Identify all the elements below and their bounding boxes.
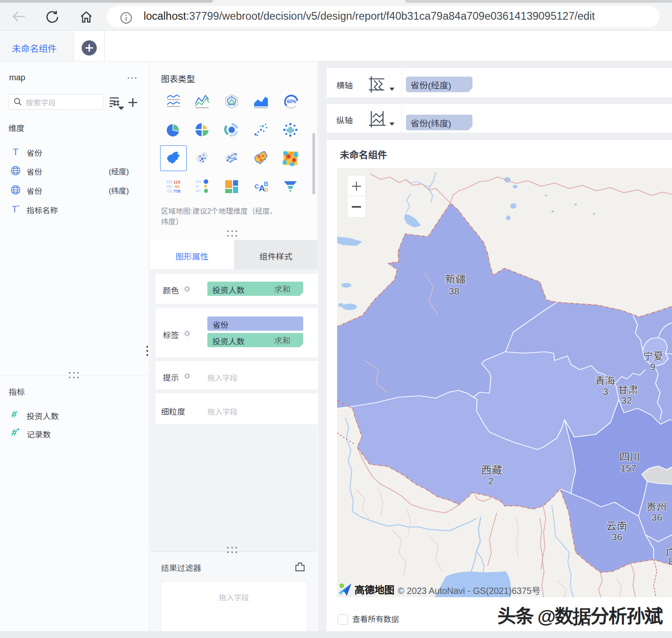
svg-text:123: 123: [173, 180, 180, 184]
svg-text:778: 778: [173, 189, 180, 194]
svg-text:西藏: 西藏: [481, 461, 502, 477]
svg-text:云南: 云南: [606, 517, 627, 533]
svg-text:新疆: 新疆: [445, 271, 466, 286]
svg-text:四川: 四川: [619, 448, 640, 464]
svg-text:9: 9: [650, 361, 655, 372]
svg-text:© 2023 AutoNavi - GS(2021)6375: © 2023 AutoNavi - GS(2021)6375号: [398, 586, 540, 596]
svg-text:3: 3: [603, 386, 608, 397]
svg-text:青海: 青海: [595, 372, 615, 387]
svg-text:32: 32: [621, 395, 632, 405]
svg-text:36: 36: [651, 512, 662, 522]
svg-text:60%: 60%: [287, 99, 296, 104]
svg-text:90: 90: [175, 184, 179, 189]
svg-text:8: 8: [668, 556, 672, 566]
svg-text:甘肃: 甘肃: [618, 382, 638, 396]
svg-text:157: 157: [620, 463, 636, 473]
svg-text:36: 36: [611, 532, 622, 542]
svg-text:B: B: [264, 180, 268, 188]
svg-text:2: 2: [488, 476, 494, 486]
svg-text:贵州: 贵州: [646, 499, 666, 513]
svg-text:宁夏: 宁夏: [643, 348, 663, 362]
svg-text:38: 38: [449, 286, 459, 296]
svg-text:D: D: [265, 187, 268, 193]
svg-text:高德地图: 高德地图: [355, 582, 394, 596]
